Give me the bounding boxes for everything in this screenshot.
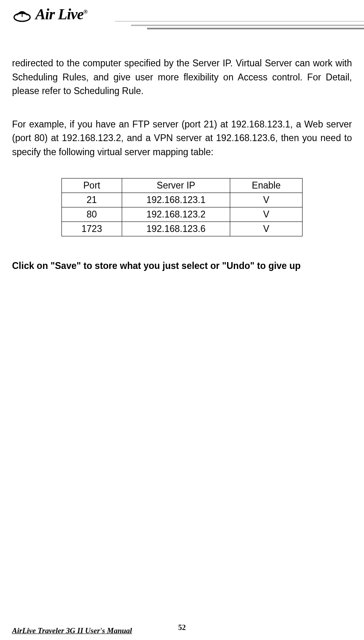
table-row: 21 192.168.123.1 V xyxy=(62,193,303,207)
header-divider xyxy=(115,18,364,30)
manual-title: AirLive Traveler 3G II User's Manual xyxy=(12,626,132,635)
mapping-table-container: Port Server IP Enable 21 192.168.123.1 V… xyxy=(12,178,352,236)
table-row: 80 192.168.123.2 V xyxy=(62,207,303,222)
header-server-ip: Server IP xyxy=(122,178,230,193)
header-enable: Enable xyxy=(230,178,303,193)
brand-name: Air Live® xyxy=(35,5,87,23)
logo-icon xyxy=(12,4,32,24)
cell-port: 1723 xyxy=(62,222,122,236)
page-header: Air Live® xyxy=(0,0,364,40)
paragraph-2: For example, if you have an FTP server (… xyxy=(12,117,352,159)
cell-ip: 192.168.123.6 xyxy=(122,222,230,236)
virtual-server-table: Port Server IP Enable 21 192.168.123.1 V… xyxy=(61,178,303,236)
cell-port: 80 xyxy=(62,207,122,222)
trademark: ® xyxy=(84,9,87,15)
svg-point-2 xyxy=(22,12,23,14)
cell-enable: V xyxy=(230,222,303,236)
cell-port: 21 xyxy=(62,193,122,207)
cell-enable: V xyxy=(230,207,303,222)
cell-ip: 192.168.123.2 xyxy=(122,207,230,222)
save-undo-instruction: Click on "Save" to store what you just s… xyxy=(12,261,352,271)
table-header-row: Port Server IP Enable xyxy=(62,178,303,193)
cell-enable: V xyxy=(230,193,303,207)
cell-ip: 192.168.123.1 xyxy=(122,193,230,207)
page-footer: AirLive Traveler 3G II User's Manual 52 xyxy=(12,626,352,635)
page-content: redirected to the computer specified by … xyxy=(0,40,364,271)
header-port: Port xyxy=(62,178,122,193)
page-number: 52 xyxy=(178,623,186,632)
table-row: 1723 192.168.123.6 V xyxy=(62,222,303,236)
paragraph-1: redirected to the computer specified by … xyxy=(12,56,352,98)
